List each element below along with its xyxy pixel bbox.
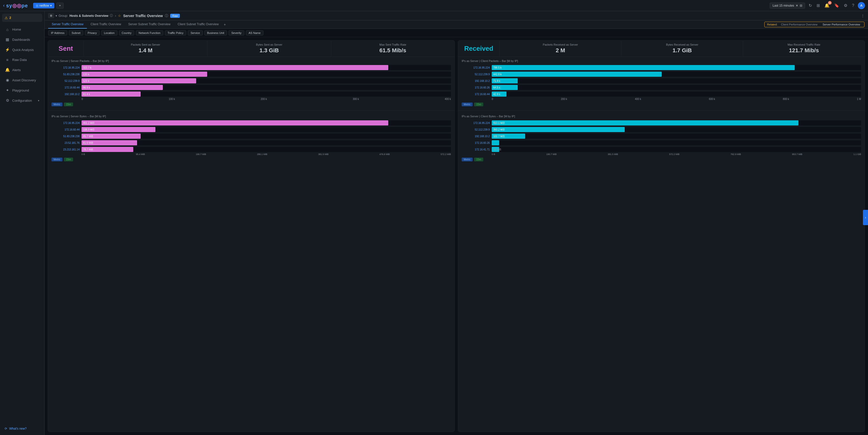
filter-location[interactable]: Location	[101, 30, 118, 35]
bar-ip-label: 172.16.60.44	[462, 93, 490, 96]
recv-stats-header: Received Packets Received as Server 2 M …	[458, 40, 865, 57]
app-logo[interactable]: ‹ sy◎◎pe	[3, 3, 28, 9]
tab-client-perf-label: Client Performance Overview	[781, 23, 817, 26]
packets-recv-block: Packets Received as Server 2 M	[499, 40, 621, 57]
time-range-selector[interactable]: Last 15 minutes ✕ ⊟	[770, 3, 805, 9]
time-badge-recv-bytes: 15m	[474, 157, 483, 162]
filter-location-label: Location	[104, 31, 115, 34]
bar-fill	[82, 91, 141, 97]
sidebar-item-quick-analysis[interactable]: ⚡ Quick Analysis	[1, 45, 43, 55]
back-icon[interactable]: ‹	[3, 3, 5, 8]
related-label: Related:	[767, 23, 778, 26]
flow-selector[interactable]: ▦ netflow ▾	[33, 3, 54, 8]
table-row: 172.16.60.44 86.9 k	[52, 85, 451, 90]
bar-ip-label: 192.168.10.2	[462, 80, 490, 82]
bar-inline-value: 61.4 k	[83, 93, 90, 96]
apps-button[interactable]: ⊞	[815, 2, 821, 9]
grid-icon[interactable]: ⊞	[815, 2, 821, 9]
user-avatar[interactable]: A	[858, 2, 865, 9]
filter-ip-address[interactable]: IP Address	[48, 30, 67, 35]
metric-badge-recv-bytes: Metric	[462, 157, 473, 162]
time-badge-recv: 15m	[474, 103, 483, 106]
sidebar-item-home[interactable]: ⌂ Home	[1, 25, 43, 34]
tab-server-performance[interactable]: Server Performance Overview	[821, 23, 862, 27]
flow-label: netflow	[39, 4, 49, 7]
bc-dropdown-arrow[interactable]: ▾	[56, 14, 57, 18]
bar-fill	[82, 85, 163, 90]
right-panel-toggle[interactable]: ›	[863, 210, 868, 225]
raw-badge[interactable]: Raw	[170, 14, 180, 18]
filter-traffic-policy[interactable]: Traffic Policy	[165, 30, 186, 35]
bc-page-info-icon[interactable]: ⓘ	[165, 13, 168, 18]
bytes-recv-value: 1.7 GiB	[625, 47, 739, 54]
x-axis: 0 B 95.4 MiB 190.7 MiB 286.1 MiB 381.5 M…	[52, 153, 451, 155]
bc-group-name: Hosts & Subnets Overview	[69, 14, 108, 18]
bc-group-info-icon[interactable]: ⓘ	[110, 13, 113, 18]
filter-privacy[interactable]: Privacy	[85, 30, 100, 35]
filter-country[interactable]: Country	[119, 30, 134, 35]
tab-client-performance[interactable]: Client Performance Overview	[780, 23, 819, 27]
sidebar-item-asset-discovery[interactable]: ◉ Asset Discovery	[1, 75, 43, 85]
sidebar-item-alerts[interactable]: 🔔 Alerts	[1, 65, 43, 75]
refresh-button[interactable]: ↻	[808, 2, 813, 9]
group-icon[interactable]: ⊞	[48, 13, 54, 18]
tab-client-traffic[interactable]: Client Traffic Overview	[87, 20, 125, 29]
more-options-icon[interactable]: ⋮	[861, 14, 864, 18]
help-button[interactable]: ?	[851, 2, 855, 9]
table-row: 192.168.10.2 61.4 k	[52, 91, 451, 97]
bar-inline-value: 788.5 k	[493, 66, 502, 69]
tab-client-traffic-label: Client Traffic Overview	[90, 23, 121, 26]
bar-track: 71.9 k	[492, 78, 861, 83]
x-axis: 0 200 k 400 k 600 k 800 k 1 M	[462, 98, 861, 100]
filter-service[interactable]: Service	[188, 30, 203, 35]
recv-title-block: Received	[458, 40, 499, 57]
metric-badge-recv: Metric	[462, 103, 473, 106]
save-icon[interactable]: ⊟	[800, 4, 802, 7]
bar-ip-label: 52.112.239.9	[462, 73, 490, 76]
content-area: ⊞ ▾ Group: Hosts & Subnets Overview ⓘ › …	[44, 11, 868, 435]
bar-ip-label: 23.52.181.76	[52, 142, 80, 144]
bar-track: 442.8 k	[492, 71, 861, 77]
tab-client-subnet[interactable]: Client Subnet Traffic Overview	[174, 20, 222, 29]
bar-fill	[492, 65, 795, 70]
tab-server-subnet[interactable]: Server Subnet Traffic Overview	[125, 20, 174, 29]
filter-as-name[interactable]: AS Name	[246, 30, 264, 35]
filter-network-function[interactable]: Network Function	[136, 30, 163, 35]
filter-subnet[interactable]: Subnet	[69, 30, 83, 35]
bar-track: 85.7 MiB	[82, 134, 451, 139]
table-row: 192.168.10.2 71.9 k	[462, 78, 861, 83]
filter-severity[interactable]: Severity	[228, 30, 244, 35]
chart-footer-bytes: Metric 15m	[52, 157, 451, 162]
add-tab-button[interactable]: +	[222, 20, 227, 29]
add-flow-button[interactable]: +	[56, 3, 64, 9]
max-recv-block: Max Received Traffic Rate 121.7 Mib/s	[743, 40, 865, 57]
sidebar-item-raw-data[interactable]: ≡ Raw Data	[1, 55, 43, 64]
bar-track: 322.7 k	[82, 65, 451, 70]
bar-inline-value: 18 MiB	[493, 148, 501, 151]
notification-button[interactable]: 🔔 4	[824, 2, 831, 9]
bc-favorite-icon[interactable]: ☆	[118, 14, 121, 18]
chart-footer-recv: Metric 15m	[462, 103, 861, 106]
alert-banner[interactable]: ⚠ 2	[2, 14, 42, 22]
bookmark-button[interactable]: 🔖	[833, 2, 840, 9]
bc-group-label: Group:	[59, 14, 68, 18]
close-icon[interactable]: ✕	[796, 4, 798, 7]
whats-new-link[interactable]: ⟳ What's new?	[2, 425, 42, 432]
bc-page-title: Server Traffic Overview	[123, 14, 163, 18]
bar-ip-label: 172.16.60.26	[462, 142, 490, 144]
filter-business-unit[interactable]: Business Unit	[204, 30, 227, 35]
settings-button[interactable]: ⚙	[843, 2, 848, 9]
sidebar-item-dashboards[interactable]: ▦ Dashboards	[1, 35, 43, 45]
whats-new-icon: ⟳	[5, 427, 7, 430]
bar-inline-value: 78.7 MiB	[83, 148, 93, 151]
recv-bytes-chart-section: IPs as Server | Client Bytes – Bar [M by…	[458, 112, 865, 164]
sidebar-item-configuration[interactable]: ⚙ Configuration ▾	[1, 96, 43, 105]
bar-ip-label: 172.16.95.224	[52, 66, 80, 69]
bar-track: 913.1 MiB	[492, 120, 861, 125]
dashboard-grid: Sent Packets Sent as Server 1.4 M Bytes …	[44, 37, 868, 435]
configuration-icon: ⚙	[5, 98, 10, 103]
sidebar-item-playground[interactable]: ✦ Playground	[1, 85, 43, 95]
bar-track: 78.7 MiB	[82, 147, 451, 152]
tab-server-traffic[interactable]: Server Traffic Overview	[48, 20, 87, 29]
bar-ip-label: 172.16.60.26	[462, 86, 490, 89]
